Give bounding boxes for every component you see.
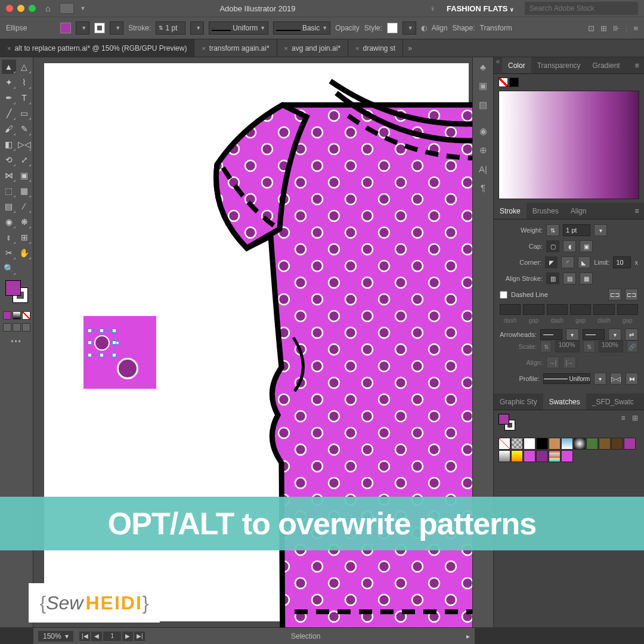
align-pixel-icon[interactable]: ⊞ <box>600 24 607 33</box>
fill-stroke-swatch[interactable] <box>5 280 28 303</box>
shape-label[interactable]: Shape: <box>452 24 475 32</box>
toolbox-more[interactable]: ••• <box>11 338 22 346</box>
lasso-tool[interactable]: ⌇ <box>17 75 32 89</box>
tab-color[interactable]: Color <box>502 57 531 73</box>
stroke-weight-stepper[interactable]: ⇅ 1 pt <box>156 21 185 35</box>
doc-tab[interactable]: ×avg and join.ai* <box>277 39 349 57</box>
selection-bbox[interactable] <box>89 330 114 355</box>
color-mode-none[interactable] <box>22 311 30 320</box>
artboard-number[interactable]: 1 <box>103 631 121 641</box>
symbol-sprayer-tool[interactable]: ❋ <box>17 215 32 229</box>
reflect-tool[interactable]: ▷◁ <box>17 137 32 151</box>
pattern-tile-sample[interactable] <box>83 316 156 389</box>
line-tool[interactable]: ╱ <box>2 106 16 120</box>
shape-builder-tool[interactable]: ⬚ <box>2 184 16 198</box>
weight-caret[interactable]: ▾ <box>594 224 607 236</box>
first-artboard[interactable]: |◀ <box>79 631 90 641</box>
fill-dropdown[interactable]: ▼ <box>76 21 89 35</box>
tab-align[interactable]: Align <box>565 203 593 219</box>
doc-tab[interactable]: ×transform again.ai* <box>194 39 277 57</box>
stroke-dropdown[interactable]: ▼ <box>110 21 123 35</box>
hand-tool[interactable]: ✋ <box>17 246 32 260</box>
cap-projecting[interactable]: ▣ <box>580 240 593 252</box>
blend-tool[interactable]: ◉ <box>2 215 16 229</box>
layout-caret[interactable]: ▼ <box>80 5 85 11</box>
list-view-icon[interactable]: ≡ <box>619 414 627 422</box>
swatch[interactable] <box>511 438 523 450</box>
dashed-checkbox[interactable] <box>500 291 507 299</box>
paintbrush-tool[interactable]: 🖌 <box>2 122 16 136</box>
recolor-icon[interactable]: ◐ <box>421 24 427 32</box>
color-spectrum[interactable] <box>499 91 639 199</box>
dash-preserve[interactable]: ⊏⊐ <box>608 289 621 301</box>
panel-menu-icon[interactable]: ≡ <box>633 24 638 33</box>
limit-input[interactable] <box>613 256 631 268</box>
swatch[interactable] <box>549 450 561 462</box>
align-inside[interactable]: ▤ <box>563 273 576 284</box>
draw-inside[interactable] <box>22 323 30 332</box>
fill-swatch[interactable] <box>5 280 21 296</box>
minimize-window[interactable] <box>17 5 24 12</box>
profile-select[interactable]: Uniform <box>543 373 591 384</box>
dash-input[interactable] <box>547 304 568 315</box>
dash-input[interactable] <box>593 304 614 315</box>
next-artboard[interactable]: ▶ <box>122 631 133 641</box>
doc-tab[interactable]: ×drawing st <box>348 39 403 57</box>
swatch[interactable] <box>511 450 523 462</box>
weight-input[interactable] <box>563 224 590 236</box>
prev-artboard[interactable]: ◀ <box>91 631 102 641</box>
align-center[interactable]: ▥ <box>546 273 559 284</box>
swatch[interactable] <box>599 438 611 450</box>
last-artboard[interactable]: ▶| <box>134 631 145 641</box>
swatch-fillstroke[interactable] <box>499 414 515 431</box>
stroke-weight-caret[interactable]: ▼ <box>190 21 204 35</box>
swatch[interactable] <box>536 438 548 450</box>
weight-stepper[interactable]: ⇅ <box>546 224 559 236</box>
arrange-documents[interactable] <box>60 3 74 14</box>
tabs-overflow[interactable]: » <box>403 44 417 52</box>
corner-round[interactable]: ◜ <box>561 256 574 268</box>
color-mode-gradient[interactable] <box>13 311 21 320</box>
type-tool[interactable]: T <box>17 91 32 105</box>
color-none-swatch[interactable] <box>499 78 508 87</box>
workspace-switcher[interactable]: FASHION FLATS ∨ <box>447 4 514 13</box>
swatch[interactable] <box>536 450 548 462</box>
libraries-icon[interactable]: ▣ <box>479 80 487 91</box>
pencil-tool[interactable]: ✎ <box>17 122 32 136</box>
swatch[interactable] <box>561 450 573 462</box>
home-icon[interactable]: ⌂ <box>45 4 50 13</box>
tab-sfd-swatches[interactable]: _SFD_Swatc <box>586 394 640 410</box>
tab-transparency[interactable]: Transparency <box>531 57 587 73</box>
zoom-level[interactable]: 150% ▾ <box>38 631 73 642</box>
pen-tool[interactable]: ✒ <box>2 91 16 105</box>
tab-swatches[interactable]: Swatches <box>543 394 586 410</box>
tab-gradient[interactable]: Gradient <box>587 57 626 73</box>
artboard-tool[interactable]: ⊞ <box>17 230 32 244</box>
swatch[interactable] <box>549 438 561 450</box>
eyedropper-tool[interactable]: ⁄ <box>17 199 32 213</box>
align-label[interactable]: Align <box>432 24 448 32</box>
properties-icon[interactable]: ♣ <box>480 62 486 72</box>
swatch[interactable] <box>561 438 573 450</box>
free-transform-tool[interactable]: ▣ <box>17 168 32 182</box>
close-tab-icon[interactable]: × <box>284 45 288 52</box>
panel-menu-icon[interactable]: ≡ <box>630 57 644 73</box>
close-tab-icon[interactable]: × <box>355 45 359 52</box>
swatch[interactable] <box>524 438 535 450</box>
status-caret[interactable]: ▸ <box>466 632 470 640</box>
rotate-tool[interactable]: ⟲ <box>2 153 16 167</box>
grid-view-icon[interactable]: ⊞ <box>631 414 639 422</box>
layers-icon[interactable]: ▤ <box>479 100 487 110</box>
draw-behind[interactable] <box>13 323 21 332</box>
arrow-end[interactable] <box>583 329 605 340</box>
appearance-icon[interactable]: ◉ <box>479 126 487 137</box>
anchor-point[interactable] <box>116 341 119 345</box>
search-stock-input[interactable] <box>525 2 638 15</box>
transform-label[interactable]: Transform <box>480 24 512 32</box>
perspective-tool[interactable]: ▦ <box>17 184 32 198</box>
flip-across[interactable]: ⧓ <box>626 373 638 385</box>
gap-input[interactable] <box>617 304 638 315</box>
eraser-tool[interactable]: ◧ <box>2 137 16 151</box>
cap-round[interactable]: ◖ <box>563 240 576 252</box>
tab-stroke[interactable]: Stroke <box>494 203 527 219</box>
